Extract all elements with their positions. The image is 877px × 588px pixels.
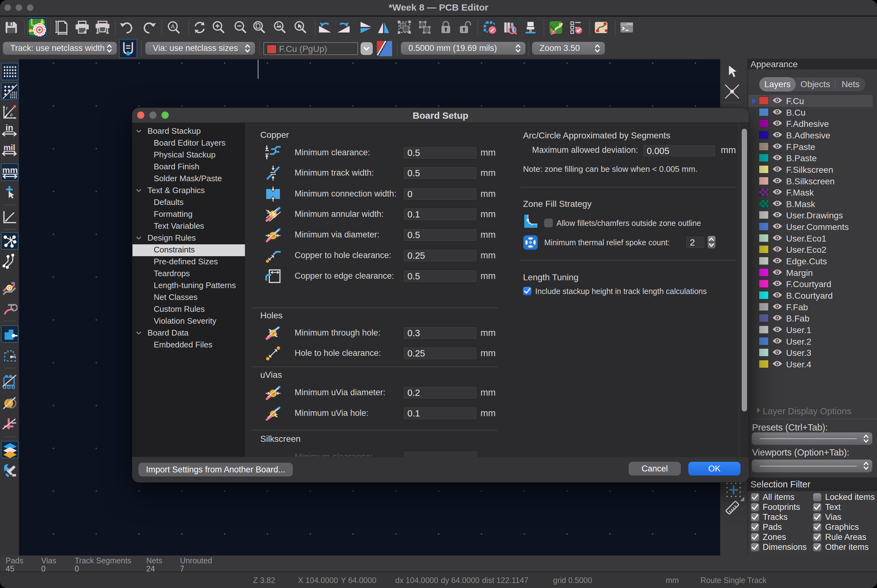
svg-text:r: r [6, 105, 8, 111]
svg-text:mm: mm [2, 165, 18, 175]
svg-text:in: in [5, 123, 13, 132]
svg-text:θ: θ [10, 112, 12, 117]
svg-text:A: A [171, 23, 175, 30]
svg-text:mil: mil [3, 143, 15, 152]
